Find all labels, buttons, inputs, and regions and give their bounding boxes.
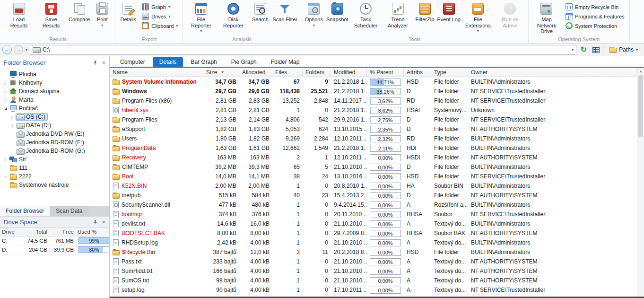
tree-item-marta[interactable]: ▷Marta	[0, 96, 109, 104]
column-header-owner[interactable]: Owner	[468, 68, 636, 77]
view-tab-details[interactable]: Details	[153, 57, 183, 67]
ribbon-button-drives[interactable]: Drives▾	[140, 13, 180, 20]
back-button[interactable]: ←	[2, 45, 12, 54]
table-row[interactable]: Windows29,7 GB29,6 GB118,43825,52121.2.2…	[110, 87, 637, 96]
table-row[interactable]: setup.log90 bajtů4,00 kB1017.10.2011 ...…	[110, 285, 637, 295]
ribbon-button-search[interactable]: Search	[249, 0, 271, 36]
column-header-attribs[interactable]: Attribs	[404, 68, 431, 77]
tree-item-2222[interactable]: ▷2222	[0, 172, 109, 181]
ribbon-button-graph[interactable]: Graph▾	[140, 3, 180, 10]
tree-item-111[interactable]: 111	[0, 164, 109, 172]
table-row[interactable]: $Recycle.Bin387 bajtů12,0 kB31120.2.2018…	[110, 247, 637, 257]
table-row[interactable]: SumOS.txt98 bajtů4,00 kB1021.10.2010 ...…	[110, 276, 637, 285]
drive-row-d[interactable]: D:204 GB39,9 GB80%	[0, 245, 109, 254]
column-header-size[interactable]: Size▼	[203, 68, 239, 77]
table-row[interactable]: Users1,80 GB1,82 GB9,2692,28412.10.2011 …	[110, 134, 637, 143]
tree-item-jednotka-bd-rom-g[interactable]: Jednotka BD-ROM (G:)	[0, 147, 109, 155]
tab-scan-data[interactable]: Scan Data	[50, 206, 88, 216]
column-header-allocated[interactable]: Allocated	[239, 68, 272, 77]
scroll-up-button[interactable]: ▲	[637, 68, 644, 75]
ribbon-button-details[interactable]: Details	[117, 0, 139, 36]
pin-icon[interactable]	[93, 219, 98, 225]
ribbon-button-scan-filter[interactable]: Scan Filter	[271, 0, 299, 36]
ribbon-button-trend-analyzer[interactable]: Trend Analyzer	[382, 0, 414, 36]
close-icon[interactable]: ×	[102, 60, 105, 66]
grid-view-button[interactable]	[591, 45, 601, 55]
table-row[interactable]: bootmgr374 kB376 kB1020.11.2010 ...0,00%…	[110, 210, 637, 219]
address-input[interactable]: C:\ ▾	[30, 45, 576, 55]
tree-item-data-d[interactable]: ▷DATA (D:)	[0, 121, 109, 130]
tree-item-plocha[interactable]: Plocha	[0, 70, 109, 79]
tree-item-jednotka-dvd-rw-e[interactable]: Jednotka DVD RW (E:)	[0, 130, 109, 138]
table-row[interactable]: Recovery163 MB163 MB2112.10.2011 ...0,00…	[110, 153, 637, 162]
expander-collapsed-icon[interactable]: ▷	[2, 89, 9, 94]
table-row[interactable]: Program Files2,13 GB2,14 GB4,80654229.9.…	[110, 115, 637, 124]
ribbon-button-options[interactable]: Options▾	[303, 0, 325, 36]
ribbon-button-load-results[interactable]: Load Results	[3, 0, 35, 36]
tab-folder-browser[interactable]: Folder Browser	[0, 206, 50, 216]
table-row[interactable]: CIMTEMP39,2 MB39,3 MB65521.10.2010 ...0,…	[110, 162, 637, 172]
ribbon-button-file-reporter[interactable]: File Reporter▾	[185, 0, 217, 36]
column-header-name[interactable]: Name	[110, 68, 203, 77]
table-row[interactable]: RHDSetup.log2,42 kB4,00 kB1021.10.2010 .…	[110, 238, 637, 247]
tree-item-knihovny[interactable]: ▷Knihovny	[0, 79, 109, 87]
table-row[interactable]: inetpub515 kB584 kB402315.4.2013 2...0,0…	[110, 191, 637, 200]
ribbon-button-print[interactable]: Print▾	[91, 0, 113, 36]
tree-item-jednotka-bd-rom-f[interactable]: Jednotka BD-ROM (F:)	[0, 138, 109, 147]
column-header-files[interactable]: Files	[272, 68, 303, 77]
table-row[interactable]: System Volume Information34,7 GB34,7 GB6…	[110, 77, 637, 87]
drive-col-drive[interactable]: Drive	[0, 229, 21, 235]
expander-collapsed-icon[interactable]: ▷	[2, 158, 9, 162]
close-icon[interactable]: ×	[102, 219, 105, 225]
table-row[interactable]: SecurityScanner.dll477 kB480 kB109.4.201…	[110, 200, 637, 210]
forward-button[interactable]: →	[14, 45, 23, 54]
ribbon-button-file-extensions[interactable]: File Extensions▾	[462, 0, 494, 36]
address-dropdown-icon[interactable]: ▾	[572, 48, 574, 52]
tree-item-s[interactable]: ▷Síť	[0, 155, 109, 164]
table-row[interactable]: Pass.txt233 bajtů4,00 kB1021.10.2010 ...…	[110, 257, 637, 266]
table-row[interactable]: eSupport1,82 GB1,83 GB5,05362413.10.2015…	[110, 124, 637, 134]
drive-col-used[interactable]: Used %	[76, 229, 109, 235]
column-header-folders[interactable]: Folders	[303, 68, 331, 77]
table-row[interactable]: ProgramData1,63 GB1,61 GB12,6621,54921.2…	[110, 143, 637, 153]
ribbon-button-compare[interactable]: Compare	[67, 0, 91, 36]
ribbon-button-snapshot[interactable]: Snapshot	[325, 0, 349, 36]
drive-col-free[interactable]: Free	[49, 229, 76, 235]
column-header-type[interactable]: Type	[431, 68, 468, 77]
history-dropdown-icon[interactable]: ▾	[25, 48, 28, 52]
ribbon-button-system-protection[interactable]: System Protection	[564, 22, 627, 29]
expander-expanded-icon[interactable]: ◢	[2, 106, 9, 111]
paths-button[interactable]: Paths ▾	[605, 46, 642, 53]
ribbon-button-event-log[interactable]: Event Log	[435, 0, 462, 36]
table-row[interactable]: K52N.BIN2,00 MB2,00 MB1020.8.2010 1...0,…	[110, 181, 637, 191]
ribbon-button-filterzip[interactable]: FilterZip	[414, 0, 435, 36]
column-header-parent[interactable]: % Parent	[367, 68, 404, 77]
view-tab-pie-graph[interactable]: Pie Graph	[225, 57, 263, 67]
tree-item-po-ta[interactable]: ◢Počítač	[0, 104, 109, 113]
ribbon-button-clipboard[interactable]: Clipboard▾	[140, 22, 180, 29]
vertical-scrollbar[interactable]: ▲	[637, 68, 644, 297]
ribbon-button-task-scheduler[interactable]: Task Scheduler	[349, 0, 382, 36]
ribbon-button-map-network-drive[interactable]: Map Network Drive	[531, 0, 563, 36]
expander-collapsed-icon[interactable]: ▷	[2, 81, 9, 85]
tree-item-syst-mov-n-stroje[interactable]: Systémové nástroje	[0, 181, 109, 189]
view-tab-folder-map[interactable]: Folder Map	[264, 57, 306, 67]
expander-collapsed-icon[interactable]: ▷	[9, 115, 16, 119]
table-row[interactable]: BOOTSECT.BAK8,00 kB8,00 kB1029.7.2009 8.…	[110, 228, 637, 238]
pin-icon[interactable]	[93, 60, 98, 65]
view-tab-bar-graph[interactable]: Bar Graph	[184, 57, 223, 67]
expander-collapsed-icon[interactable]: ▷	[9, 123, 16, 128]
tree-item-dom-c-skupina[interactable]: ▷Domácí skupina	[0, 87, 109, 96]
ribbon-button-disk-reporter[interactable]: Disk Reporter	[217, 0, 249, 36]
scrollbar-thumb[interactable]	[638, 75, 643, 137]
table-row[interactable]: SumHidd.txt166 bajtů4,00 kB1021.10.2010 …	[110, 266, 637, 276]
ribbon-button-save-results[interactable]: Save Results	[35, 0, 67, 36]
view-tab-computer[interactable]: Computer	[113, 57, 152, 67]
refresh-button[interactable]: ↻	[578, 45, 589, 55]
ribbon-button-programs-features[interactable]: Programs & Features	[564, 13, 627, 20]
column-header-modified[interactable]: Modified	[331, 68, 367, 77]
expander-collapsed-icon[interactable]: ▷	[2, 175, 9, 179]
drive-row-c[interactable]: C:74,5 GB761 MB99%	[0, 237, 109, 245]
ribbon-button-empty-recycle-bin[interactable]: Empty Recycle Bin	[564, 3, 627, 10]
expander-collapsed-icon[interactable]: ▷	[2, 98, 9, 102]
